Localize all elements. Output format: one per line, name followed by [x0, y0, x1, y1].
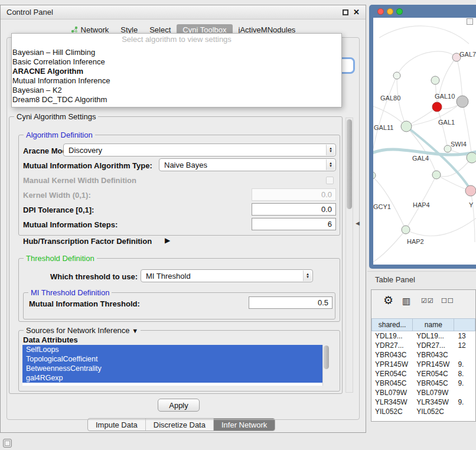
network-edge[interactable]: [436, 158, 472, 177]
table-row[interactable]: YDL19...YDL19...13: [371, 331, 475, 341]
close-traffic-button[interactable]: [377, 8, 384, 15]
table-cell[interactable]: [454, 388, 475, 397]
which-threshold-select[interactable]: MI Threshold ▲▼: [141, 269, 313, 282]
network-edge[interactable]: [462, 102, 472, 158]
table-cell[interactable]: 13: [454, 331, 475, 341]
network-edge[interactable]: [373, 230, 406, 263]
table-row[interactable]: YBL079WYBL079W: [371, 388, 475, 397]
scrollbar-thumb[interactable]: [324, 345, 329, 369]
table-row[interactable]: YBR045CYBR045C9.: [371, 379, 475, 388]
table-cell[interactable]: YDR27...: [371, 341, 413, 350]
minimize-traffic-button[interactable]: [387, 8, 393, 15]
table-cell[interactable]: YPR145W: [413, 360, 454, 369]
scrollbar-thumb[interactable]: [347, 119, 352, 209]
column-header-col-2[interactable]: [454, 318, 475, 331]
gear-icon[interactable]: ⚙: [383, 295, 394, 306]
table-cell[interactable]: YPR145W: [371, 360, 413, 369]
mi-steps-input[interactable]: [252, 218, 336, 230]
data-attribute-item[interactable]: TopologicalCoefficient: [22, 354, 322, 364]
network-edge[interactable]: [373, 175, 406, 230]
table-cell[interactable]: 8.: [454, 369, 475, 379]
network-node[interactable]: [465, 185, 476, 196]
apply-button[interactable]: Apply: [158, 399, 200, 412]
deselect-all-icon[interactable]: ☐☐: [441, 298, 454, 304]
kernel-width-input[interactable]: [252, 188, 336, 201]
table-row[interactable]: YLR345WYLR345W9.: [371, 397, 475, 407]
data-attribute-item[interactable]: SelfLoops: [22, 345, 322, 354]
table-cell[interactable]: 9.: [454, 360, 475, 369]
mi-type-select[interactable]: Naive Bayes ▲▼: [159, 158, 336, 171]
data-attribute-item[interactable]: BetweennessCentrality: [22, 364, 322, 373]
table-cell[interactable]: YER054C: [413, 369, 454, 379]
table-cell[interactable]: YBL079W: [371, 388, 413, 397]
bottom-tab-discretize-data[interactable]: Discretize Data: [145, 419, 213, 431]
panel-toggle-icon[interactable]: [3, 439, 12, 448]
data-attributes-list[interactable]: SelfLoopsTopologicalCoefficientBetweenne…: [22, 345, 330, 386]
column-view-icon[interactable]: ▥: [402, 296, 411, 305]
table-cell[interactable]: YBL079W: [413, 388, 454, 397]
network-edge[interactable]: [373, 106, 406, 126]
data-attribute-item[interactable]: gal4RGexp: [22, 373, 322, 383]
network-graph[interactable]: GAL7GAL80GAL10GAL11GAL1SWI4GAL4GCY1HAP4Y…: [373, 18, 476, 265]
algorithm-option-bayesian-k2[interactable]: Bayesian – K2: [12, 86, 341, 95]
table-row[interactable]: YIL052CYIL052C: [371, 407, 475, 416]
settings-scrollbar[interactable]: [345, 118, 353, 393]
network-edge[interactable]: [373, 76, 397, 149]
control-panel-titlebar[interactable]: Control Panel ✕: [1, 5, 366, 19]
network-node[interactable]: [432, 102, 442, 112]
table-cell[interactable]: 12: [454, 341, 475, 350]
close-icon[interactable]: ✕: [353, 8, 360, 16]
network-node[interactable]: [431, 76, 439, 84]
algorithm-option-basic-correlation-inference[interactable]: Basic Correlation Inference: [12, 57, 341, 67]
attribute-list-scrollbar[interactable]: [322, 345, 330, 386]
network-edge[interactable]: [457, 57, 462, 102]
bottom-tab-infer-network[interactable]: Infer Network: [213, 419, 275, 431]
algorithm-option-bayesian-hill-climbing[interactable]: Bayesian – Hill Climbing: [12, 48, 341, 57]
splitter-collapse-icon[interactable]: ◀: [356, 220, 360, 226]
network-canvas-area[interactable]: GAL7GAL80GAL10GAL11GAL1SWI4GAL4GCY1HAP4Y…: [373, 18, 476, 265]
table-cell[interactable]: 9.: [454, 379, 475, 388]
collapse-triangle-icon[interactable]: ▼: [132, 327, 138, 334]
aracne-mode-select[interactable]: Discovery ▲▼: [63, 144, 336, 156]
network-node[interactable]: [432, 171, 441, 179]
network-node[interactable]: [373, 172, 376, 179]
network-node[interactable]: [393, 72, 400, 79]
table-cell[interactable]: 9.: [454, 397, 475, 407]
column-header-shared[interactable]: shared...: [371, 318, 413, 331]
table-cell[interactable]: YIL052C: [371, 407, 413, 416]
bottom-tab-impute-data[interactable]: Impute Data: [88, 419, 145, 431]
manual-kernel-checkbox[interactable]: [326, 177, 334, 184]
zoom-traffic-button[interactable]: [396, 8, 403, 15]
table-cell[interactable]: [454, 350, 475, 360]
table-row[interactable]: YBR043CYBR043C: [371, 350, 475, 360]
table-cell[interactable]: YBR043C: [413, 350, 454, 360]
algorithm-option-dream8-dc-tdc-algorithm[interactable]: Dream8 DC_TDC Algorithm: [12, 95, 341, 105]
table-row[interactable]: YPR145WYPR145W9.: [371, 360, 475, 369]
network-node[interactable]: [401, 121, 412, 132]
table-cell[interactable]: YBR045C: [371, 379, 413, 388]
table-cell[interactable]: YBR043C: [371, 350, 413, 360]
table-row[interactable]: YER054CYER054C8.: [371, 369, 475, 379]
table-cell[interactable]: YBR045C: [413, 379, 454, 388]
network-edge[interactable]: [379, 26, 469, 44]
table-cell[interactable]: YDL19...: [371, 331, 413, 341]
network-node[interactable]: [457, 96, 468, 107]
table-row[interactable]: YDR27...YDR27...12: [371, 341, 475, 350]
algorithm-option-aracne-algorithm[interactable]: ARACNE Algorithm: [12, 67, 341, 76]
network-edge[interactable]: [471, 191, 475, 242]
table-cell[interactable]: YER054C: [371, 369, 413, 379]
table-cell[interactable]: YIL052C: [413, 407, 454, 416]
table-cell[interactable]: YDR27...: [413, 341, 454, 350]
network-node[interactable]: [467, 152, 476, 163]
column-header-name[interactable]: name: [413, 318, 454, 331]
dpi-tolerance-input[interactable]: [252, 203, 336, 216]
table-cell[interactable]: YDL19...: [413, 331, 454, 341]
algorithm-option-mutual-information-inference[interactable]: Mutual Information Inference: [12, 76, 341, 86]
network-edge[interactable]: [406, 217, 476, 236]
network-node[interactable]: [402, 226, 410, 234]
table-cell[interactable]: YLR345W: [413, 397, 454, 407]
float-window-icon[interactable]: [343, 9, 348, 15]
table-cell[interactable]: YLR345W: [371, 397, 413, 407]
select-all-icon[interactable]: ☑☑: [421, 298, 434, 304]
network-edge[interactable]: [397, 51, 457, 76]
